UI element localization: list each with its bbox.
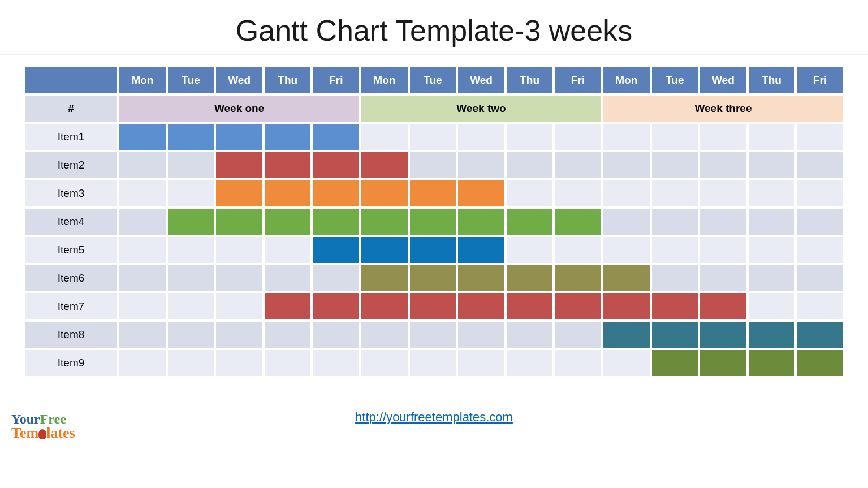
gantt-bar-cell xyxy=(119,124,166,150)
gantt-empty-cell xyxy=(458,322,504,348)
gantt-bar-cell xyxy=(410,265,456,291)
gantt-bar-cell xyxy=(313,124,359,150)
gantt-bar-cell xyxy=(361,237,408,263)
gantt-empty-cell xyxy=(797,180,843,206)
gantt-bar-cell xyxy=(555,265,601,291)
gantt-empty-cell xyxy=(119,293,166,319)
gantt-bar-cell xyxy=(216,209,262,235)
day-header: Wed xyxy=(700,67,746,93)
gantt-empty-cell xyxy=(652,237,698,263)
gantt-bar-cell xyxy=(361,209,408,235)
gantt-bar-cell xyxy=(216,180,262,206)
day-header: Tue xyxy=(168,67,214,93)
gantt-empty-cell xyxy=(168,350,214,376)
gantt-bar-cell xyxy=(555,209,601,235)
gantt-empty-cell xyxy=(507,322,553,348)
day-header: Thu xyxy=(749,67,795,93)
gantt-empty-cell xyxy=(700,180,746,206)
gantt-bar-cell xyxy=(603,265,650,291)
item-label: Item1 xyxy=(25,124,117,150)
gantt-bar-cell xyxy=(313,180,359,206)
gantt-empty-cell xyxy=(119,152,166,178)
gantt-empty-cell xyxy=(700,237,746,263)
gantt-row: Item5 xyxy=(25,237,843,263)
gantt-empty-cell xyxy=(555,152,601,178)
gantt-empty-cell xyxy=(555,124,601,150)
gantt-bar-cell xyxy=(458,293,504,319)
gantt-bar-cell xyxy=(410,180,456,206)
item-label: Item5 xyxy=(25,237,117,263)
page-title: Gantt Chart Template-3 weeks xyxy=(0,0,868,55)
gantt-empty-cell xyxy=(458,124,504,150)
gantt-bar-cell xyxy=(458,265,504,291)
gantt-empty-cell xyxy=(313,350,359,376)
gantt-bar-cell xyxy=(313,293,359,319)
item-label: Item7 xyxy=(25,293,117,319)
gantt-row: Item3 xyxy=(25,180,843,206)
gantt-empty-cell xyxy=(555,237,601,263)
gantt-empty-cell xyxy=(555,350,601,376)
gantt-empty-cell xyxy=(507,237,553,263)
gantt-bar-cell xyxy=(555,293,601,319)
gantt-empty-cell xyxy=(168,237,214,263)
gantt-bar-cell xyxy=(700,350,746,376)
gantt-empty-cell xyxy=(119,209,166,235)
gantt-empty-cell xyxy=(797,124,843,150)
gantt-body: Item1Item2Item3Item4Item5Item6Item7Item8… xyxy=(25,124,843,376)
day-header: Mon xyxy=(119,67,166,93)
gantt-empty-cell xyxy=(797,237,843,263)
gantt-bar-cell xyxy=(749,322,795,348)
gantt-table: MonTueWedThuFriMonTueWedThuFriMonTueWedT… xyxy=(23,65,845,378)
gantt-empty-cell xyxy=(119,350,166,376)
gantt-row: Item6 xyxy=(25,265,843,291)
gantt-empty-cell xyxy=(603,209,650,235)
gantt-empty-cell xyxy=(749,124,795,150)
gantt-bar-cell xyxy=(265,209,311,235)
day-header: Fri xyxy=(797,67,843,93)
gantt-empty-cell xyxy=(749,293,795,319)
day-header: Wed xyxy=(458,67,504,93)
item-label: Item9 xyxy=(25,350,117,376)
gantt-empty-cell xyxy=(216,237,262,263)
gantt-empty-cell xyxy=(313,265,359,291)
gantt-bar-cell xyxy=(361,293,408,319)
week-header-row: # Week oneWeek twoWeek three xyxy=(25,96,843,122)
gantt-empty-cell xyxy=(749,265,795,291)
gantt-empty-cell xyxy=(652,180,698,206)
gantt-bar-cell xyxy=(458,180,504,206)
footer-link[interactable]: http://yourfreetemplates.com xyxy=(355,410,513,425)
gantt-empty-cell xyxy=(603,124,650,150)
lightbulb-icon xyxy=(38,429,46,439)
gantt-empty-cell xyxy=(458,350,504,376)
gantt-empty-cell xyxy=(507,124,553,150)
gantt-bar-cell xyxy=(361,152,408,178)
gantt-empty-cell xyxy=(410,350,456,376)
gantt-empty-cell xyxy=(361,124,408,150)
gantt-bar-cell xyxy=(603,293,650,319)
gantt-bar-cell xyxy=(265,293,311,319)
row-header: # xyxy=(25,96,117,122)
slide: Gantt Chart Template-3 weeks MonTueWedTh… xyxy=(0,0,868,488)
day-header: Mon xyxy=(603,67,650,93)
gantt-row: Item8 xyxy=(25,322,843,348)
gantt-empty-cell xyxy=(507,350,553,376)
item-label: Item3 xyxy=(25,180,117,206)
day-header: Thu xyxy=(507,67,553,93)
gantt-empty-cell xyxy=(216,322,262,348)
logo-line2: Temlates xyxy=(11,426,75,441)
gantt-empty-cell xyxy=(410,322,456,348)
gantt-empty-cell xyxy=(700,265,746,291)
gantt-empty-cell xyxy=(652,209,698,235)
gantt-empty-cell xyxy=(555,180,601,206)
gantt-bar-cell xyxy=(797,322,843,348)
gantt-bar-cell xyxy=(313,209,359,235)
gantt-empty-cell xyxy=(749,209,795,235)
gantt-empty-cell xyxy=(555,322,601,348)
gantt-empty-cell xyxy=(652,265,698,291)
gantt-empty-cell xyxy=(603,350,650,376)
gantt-bar-cell xyxy=(361,265,408,291)
gantt-empty-cell xyxy=(168,180,214,206)
week-header: Week three xyxy=(603,96,843,122)
footer: YourFree Temlates http://yourfreetemplat… xyxy=(0,392,868,443)
gantt-bar-cell xyxy=(168,124,214,150)
